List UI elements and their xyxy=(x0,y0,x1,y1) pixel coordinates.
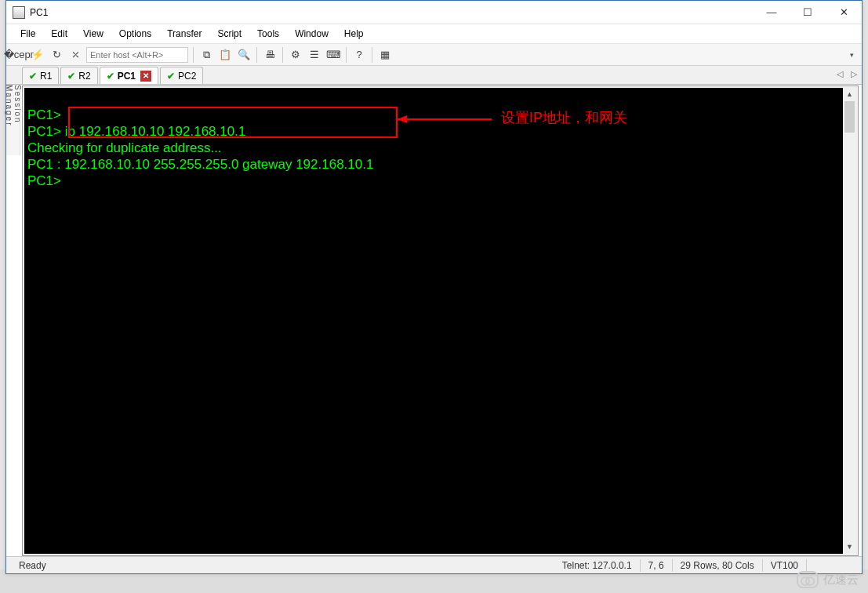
keymap-icon[interactable]: ⌨ xyxy=(325,47,341,63)
help-icon[interactable]: ? xyxy=(351,47,367,63)
terminal-line: Checking for duplicate address... xyxy=(27,140,856,156)
tab-prev-icon[interactable]: ◁ xyxy=(837,69,843,79)
scrollbar-vertical[interactable]: ▲ ▼ xyxy=(843,88,856,554)
quick-connect-icon[interactable]: ⚡ xyxy=(30,47,45,63)
menu-options[interactable]: Options xyxy=(113,26,158,42)
scroll-thumb[interactable] xyxy=(844,101,855,133)
app-icon xyxy=(13,6,25,19)
titlebar[interactable]: PC1 — ☐ ✕ xyxy=(6,1,862,24)
terminal-container: PC1> PC1> ip 192.168.10.10 192.168.10.1 … xyxy=(22,85,859,556)
status-ready: Ready xyxy=(13,560,53,571)
check-icon: ✔ xyxy=(107,71,114,82)
menu-file[interactable]: File xyxy=(14,26,42,42)
tab-label: PC2 xyxy=(178,71,196,82)
host-input[interactable] xyxy=(86,47,188,63)
tab-pc2[interactable]: ✔PC2 xyxy=(160,67,203,84)
status-size: 29 Rows, 80 Cols xyxy=(674,560,761,571)
maximize-button[interactable]: ☐ xyxy=(790,1,826,24)
paste-icon[interactable]: 📋 xyxy=(217,47,233,63)
settings-icon[interactable]: ⚙ xyxy=(288,47,303,63)
tab-r1[interactable]: ✔R1 xyxy=(22,67,59,84)
status-cursor: 7, 6 xyxy=(642,560,670,571)
menu-window[interactable]: Window xyxy=(289,26,335,42)
reconnect-icon[interactable]: ↻ xyxy=(49,47,64,63)
tab-pc1[interactable]: ✔PC1✕ xyxy=(100,67,158,84)
watermark: 亿速云 xyxy=(797,571,859,588)
tab-label: R1 xyxy=(40,71,52,82)
menu-script[interactable]: Script xyxy=(211,26,248,42)
menu-edit[interactable]: Edit xyxy=(45,26,74,42)
menu-help[interactable]: Help xyxy=(338,26,370,42)
session-manager-handle[interactable]: Session Manager xyxy=(6,85,20,155)
terminal-line: PC1> ip 192.168.10.10 192.168.10.1 xyxy=(27,123,856,140)
terminal-line: PC1> xyxy=(27,173,856,189)
annotation-text: 设置IP地址，和网关 xyxy=(501,110,627,126)
menu-view[interactable]: View xyxy=(77,26,110,42)
print-icon[interactable]: 🖶 xyxy=(262,47,278,63)
tab-next-icon[interactable]: ▷ xyxy=(851,69,857,79)
window-title: PC1 xyxy=(30,7,48,18)
tabbar: ✔R1 ✔R2 ✔PC1✕ ✔PC2 ◁ ▷ xyxy=(6,66,862,85)
properties-icon[interactable]: ☰ xyxy=(307,47,322,63)
scroll-down-icon[interactable]: ▼ xyxy=(843,540,856,554)
extra-icon[interactable]: ▦ xyxy=(377,47,393,63)
close-tab-icon[interactable]: ✕ xyxy=(140,71,151,82)
status-connection: Telnet: 127.0.0.1 xyxy=(556,560,638,571)
check-icon: ✔ xyxy=(167,71,175,82)
check-icon: ✔ xyxy=(67,71,75,82)
session-icon[interactable]: �серг xyxy=(11,47,27,63)
terminal-line: PC1> xyxy=(27,107,856,123)
watermark-icon xyxy=(797,571,819,588)
toolbar-overflow-icon[interactable]: ▾ xyxy=(850,51,854,59)
menu-tools[interactable]: Tools xyxy=(251,26,285,42)
tab-r2[interactable]: ✔R2 xyxy=(60,67,97,84)
terminal[interactable]: PC1> PC1> ip 192.168.10.10 192.168.10.1 … xyxy=(24,88,856,554)
app-window: PC1 — ☐ ✕ File Edit View Options Transfe… xyxy=(5,0,863,574)
menu-transfer[interactable]: Transfer xyxy=(161,26,208,42)
minimize-button[interactable]: — xyxy=(754,1,790,24)
disconnect-icon[interactable]: ⤫ xyxy=(67,47,83,63)
window-controls: — ☐ ✕ xyxy=(754,1,862,24)
menubar: File Edit View Options Transfer Script T… xyxy=(6,24,862,44)
copy-icon[interactable]: ⧉ xyxy=(198,47,214,63)
scroll-up-icon[interactable]: ▲ xyxy=(843,88,856,101)
find-icon[interactable]: 🔍 xyxy=(236,47,252,63)
statusbar: Ready Telnet: 127.0.0.1 7, 6 29 Rows, 80… xyxy=(6,556,862,573)
close-button[interactable]: ✕ xyxy=(826,1,862,24)
watermark-text: 亿速云 xyxy=(823,573,859,588)
check-icon: ✔ xyxy=(29,71,37,82)
tab-nav: ◁ ▷ xyxy=(837,69,857,79)
terminal-line: PC1 : 192.168.10.10 255.255.255.0 gatewa… xyxy=(27,156,856,173)
tab-label: PC1 xyxy=(118,71,136,82)
status-emulation: VT100 xyxy=(764,560,804,571)
toolbar: �серг ⚡ ↻ ⤫ ⧉ 📋 🔍 🖶 ⚙ ☰ ⌨ ? ▦ ▾ xyxy=(6,44,862,66)
tab-label: R2 xyxy=(78,71,90,82)
